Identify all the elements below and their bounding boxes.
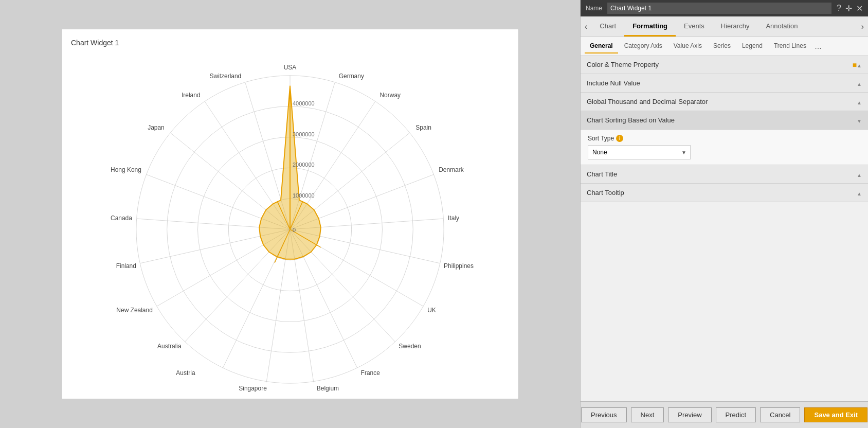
svg-text:2000000: 2000000 <box>293 162 315 168</box>
svg-text:Australia: Australia <box>157 343 182 350</box>
subtab-bar: General Category Axis Value Axis Series … <box>581 37 868 56</box>
close-icon[interactable]: ✕ <box>856 4 863 13</box>
svg-text:Norway: Norway <box>379 92 401 99</box>
subtab-more[interactable]: … <box>812 42 824 50</box>
preview-button[interactable]: Preview <box>668 407 711 422</box>
subtab-trend-lines[interactable]: Trend Lines <box>769 39 811 53</box>
section-color-theme[interactable]: Color & Theme Property ■ <box>581 56 868 74</box>
tab-annotation[interactable]: Annotation <box>757 16 806 37</box>
section-color-theme-label: Color & Theme Property <box>587 61 853 68</box>
next-button[interactable]: Next <box>631 407 664 422</box>
svg-text:Switzerland: Switzerland <box>209 73 241 80</box>
chart-container: Chart Widget 1 <box>61 29 519 399</box>
svg-text:Hong Kong: Hong Kong <box>111 166 141 173</box>
section-chart-sorting[interactable]: Chart Sorting Based on Value <box>581 111 868 130</box>
include-null-chevron[interactable] <box>857 79 862 87</box>
tab-bar: ‹ Chart Formatting Events Hierarchy Anno… <box>581 16 868 37</box>
content-area: Color & Theme Property ■ Include Null Va… <box>581 56 868 401</box>
svg-text:Canada: Canada <box>111 215 132 222</box>
svg-text:Japan: Japan <box>148 124 165 131</box>
svg-text:Singapore: Singapore <box>239 385 267 392</box>
help-icon[interactable]: ? <box>837 4 841 13</box>
subtab-value-axis[interactable]: Value Axis <box>668 39 707 53</box>
sort-type-label: Sort Type i <box>588 135 861 142</box>
subtab-category-axis[interactable]: Category Axis <box>619 39 667 53</box>
subtab-legend[interactable]: Legend <box>737 39 768 53</box>
chart-tooltip-chevron[interactable] <box>857 189 862 197</box>
svg-text:0: 0 <box>293 227 296 233</box>
tab-events[interactable]: Events <box>676 16 713 37</box>
save-exit-button[interactable]: Save and Exit <box>804 407 867 422</box>
svg-text:USA: USA <box>284 64 297 71</box>
tab-next-arrow[interactable]: › <box>857 16 868 37</box>
section-chart-sorting-label: Chart Sorting Based on Value <box>587 116 857 124</box>
header-bar: Name ? ✛ ✕ <box>581 0 868 16</box>
tab-chart[interactable]: Chart <box>591 16 624 37</box>
section-include-null-label: Include Null Value <box>587 79 857 87</box>
svg-text:New Zealand: New Zealand <box>116 307 152 314</box>
svg-text:Ireland: Ireland <box>182 92 201 99</box>
move-icon[interactable]: ✛ <box>845 4 852 13</box>
svg-text:UK: UK <box>427 307 436 314</box>
color-theme-chevron[interactable] <box>857 61 862 69</box>
section-include-null[interactable]: Include Null Value <box>581 74 868 93</box>
tab-hierarchy[interactable]: Hierarchy <box>713 16 758 37</box>
svg-text:France: France <box>361 369 381 377</box>
svg-text:Italy: Italy <box>448 215 459 222</box>
sort-select-wrapper: None Ascending Descending ▼ <box>588 145 691 159</box>
footer-bar: Previous Next Preview Predict Cancel Sav… <box>581 401 868 428</box>
previous-button[interactable]: Previous <box>581 407 627 422</box>
svg-text:Austria: Austria <box>176 369 195 377</box>
sort-type-select[interactable]: None Ascending Descending <box>588 145 691 159</box>
svg-text:3000000: 3000000 <box>293 131 315 137</box>
widget-name-input[interactable] <box>607 3 831 14</box>
section-chart-title-label: Chart Title <box>587 170 857 178</box>
section-chart-title[interactable]: Chart Title <box>581 165 868 184</box>
predict-button[interactable]: Predict <box>716 407 756 422</box>
chart-widget-title: Chart Widget 1 <box>71 39 119 47</box>
radar-chart: USA Germany Norway Spain Denmark Italy P… <box>62 50 518 399</box>
svg-text:Belgium: Belgium <box>317 385 339 392</box>
right-panel: Name ? ✛ ✕ ‹ Chart Formatting Events Hie… <box>580 0 868 428</box>
section-chart-tooltip-label: Chart Tooltip <box>587 189 857 197</box>
name-label: Name <box>586 5 602 12</box>
cancel-button[interactable]: Cancel <box>760 407 800 422</box>
svg-text:Sweden: Sweden <box>399 343 421 350</box>
svg-text:Philippines: Philippines <box>444 262 474 270</box>
section-chart-sorting-content: Sort Type i None Ascending Descending ▼ <box>581 130 868 165</box>
section-chart-tooltip[interactable]: Chart Tooltip <box>581 184 868 202</box>
subtab-general[interactable]: General <box>585 39 618 53</box>
svg-text:Germany: Germany <box>339 73 364 80</box>
color-theme-icon: ■ <box>853 61 857 69</box>
global-separator-chevron[interactable] <box>857 98 862 106</box>
tab-prev-arrow[interactable]: ‹ <box>581 16 591 37</box>
svg-text:Denmark: Denmark <box>439 166 464 173</box>
sort-type-info-icon: i <box>616 135 623 142</box>
chart-sorting-chevron[interactable] <box>857 116 862 124</box>
header-icons: ? ✛ ✕ <box>837 4 863 13</box>
chart-panel: Chart Widget 1 <box>0 0 580 428</box>
svg-text:4000000: 4000000 <box>293 100 315 106</box>
section-global-separator-label: Global Thousand and Decimal Separator <box>587 98 857 105</box>
svg-text:1000000: 1000000 <box>293 192 315 199</box>
section-global-separator[interactable]: Global Thousand and Decimal Separator <box>581 93 868 111</box>
svg-text:Finland: Finland <box>116 262 136 270</box>
subtab-series[interactable]: Series <box>708 39 736 53</box>
svg-text:Spain: Spain <box>415 124 431 131</box>
chart-title-chevron[interactable] <box>857 170 862 179</box>
tab-formatting[interactable]: Formatting <box>624 16 676 37</box>
